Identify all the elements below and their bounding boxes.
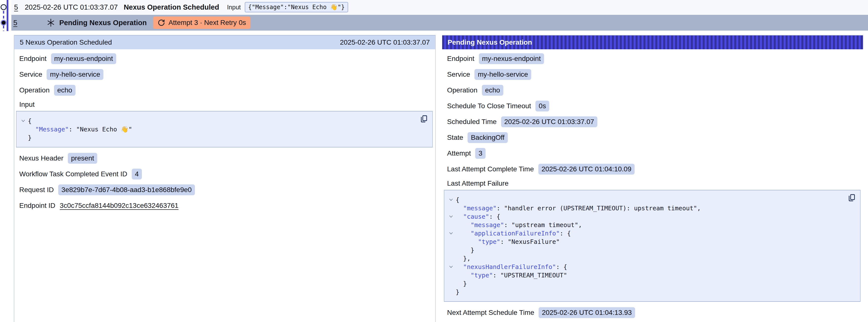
pending-operation-panel: Pending Nexus Operation Endpointmy-nexus… bbox=[442, 35, 863, 322]
input-value-chip: {"Message":"Nexus Echo 👋"} bbox=[245, 2, 348, 12]
field-last-attempt-complete-time: Last Attempt Complete Time2025-02-26 UTC… bbox=[447, 161, 863, 177]
copy-button[interactable] bbox=[420, 115, 428, 124]
code-text: "message": "handler error (UPSTREAM_TIME… bbox=[456, 205, 701, 212]
field-label: Service bbox=[19, 70, 42, 78]
code-line: } bbox=[446, 246, 843, 254]
code-text: "type": "UPSTREAM_TIMEOUT" bbox=[456, 272, 567, 279]
code-line: "message": "handler error (UPSTREAM_TIME… bbox=[446, 204, 843, 212]
collapse-chevron-icon[interactable] bbox=[446, 264, 456, 269]
code-line: "type": "NexusFailure" bbox=[446, 237, 843, 246]
timeline-pending-dot-icon bbox=[1, 20, 6, 25]
code-line: "applicationFailureInfo": { bbox=[446, 229, 843, 237]
field-schedule-to-close-timeout: Schedule To Close Timeout0s bbox=[447, 98, 863, 114]
scheduled-panel-fields: Endpointmy-nexus-endpointServicemy-hello… bbox=[14, 49, 435, 214]
pending-event-title: Pending Nexus Operation bbox=[59, 19, 147, 27]
collapse-chevron-icon[interactable] bbox=[446, 214, 456, 219]
code-text: "message": "upstream timeout", bbox=[456, 221, 582, 229]
field-label: Schedule To Close Timeout bbox=[447, 102, 531, 110]
field-value-badge: 2025-02-26 UTC 01:04:10.09 bbox=[538, 164, 634, 174]
timeline-scheduled-dot-icon bbox=[1, 5, 6, 10]
field-request-id: Request ID3e829b7e-7d67-4b08-aad3-b1e868… bbox=[19, 182, 435, 198]
field-workflow-task-completed-event-id: Workflow Task Completed Event ID4 bbox=[19, 166, 435, 182]
code-line: }, bbox=[446, 254, 843, 263]
scheduled-event-panel: 5 Nexus Operation Scheduled 2025-02-26 U… bbox=[14, 35, 435, 322]
field-scheduled-time: Scheduled Time2025-02-26 UTC 01:03:37.07 bbox=[447, 114, 863, 130]
copy-button[interactable] bbox=[847, 193, 856, 203]
field-label: Input bbox=[19, 101, 35, 108]
field-endpoint-id: Endpoint ID3c0c75ccfa8144b092c13ce632463… bbox=[19, 198, 435, 214]
code-text: }, bbox=[456, 255, 470, 262]
code-text: } bbox=[456, 280, 467, 287]
retry-badge-text: Attempt 3 · Next Retry 0s bbox=[168, 19, 246, 27]
retry-status-badge: Attempt 3 · Next Retry 0s bbox=[153, 17, 250, 29]
field-label: Attempt bbox=[447, 150, 471, 157]
code-text: "applicationFailureInfo": { bbox=[456, 230, 571, 237]
code-text: "type": "NexusFailure" bbox=[456, 238, 560, 245]
pending-asterisk-icon bbox=[46, 18, 55, 27]
field-value-badge: my-hello-service bbox=[474, 69, 531, 80]
field-label: Workflow Task Completed Event ID bbox=[19, 170, 127, 178]
field-next-attempt-schedule-time: Next Attempt Schedule Time2025-02-26 UTC… bbox=[447, 305, 863, 321]
json-code-block: { "message": "handler error (UPSTREAM_TI… bbox=[444, 190, 861, 302]
field-last-attempt-failure: Last Attempt Failure bbox=[447, 177, 863, 190]
field-value-badge: 0s bbox=[535, 101, 549, 111]
field-operation: Operationecho bbox=[447, 82, 863, 98]
workflow-event-history-screen: 5 2025-02-26 UTC 01:03:37.07 Nexus Opera… bbox=[0, 0, 868, 322]
field-attempt: Attempt3 bbox=[447, 146, 863, 161]
field-operation: Operationecho bbox=[19, 82, 435, 98]
code-line: } bbox=[446, 288, 843, 296]
field-value-badge: my-nexus-endpoint bbox=[479, 53, 544, 64]
code-line: "nexusHandlerFailureInfo": { bbox=[446, 263, 843, 271]
code-text: { bbox=[28, 117, 32, 125]
event-row-pending-nexus-operation[interactable]: 5 Pending Nexus Operation Attempt 3 · Ne… bbox=[11, 15, 868, 31]
field-value-badge: 4 bbox=[132, 169, 142, 180]
field-label: Last Attempt Failure bbox=[447, 180, 508, 187]
code-line: } bbox=[19, 133, 415, 142]
event-timestamp: 2025-02-26 UTC 01:03:37.07 bbox=[25, 3, 118, 11]
field-nexus-header: Nexus Headerpresent bbox=[19, 151, 435, 166]
collapse-chevron-icon[interactable] bbox=[446, 197, 456, 202]
timeline-bar bbox=[7, 0, 8, 31]
field-label: Service bbox=[447, 70, 470, 78]
field-value-badge: 3 bbox=[475, 148, 486, 159]
code-text: "nexusHandlerFailureInfo": { bbox=[456, 263, 567, 270]
event-id-link[interactable]: 5 bbox=[13, 19, 17, 27]
collapse-chevron-icon[interactable] bbox=[19, 119, 28, 123]
field-value-badge: 2025-02-26 UTC 01:04:13.93 bbox=[538, 307, 635, 318]
field-value-badge: my-nexus-endpoint bbox=[51, 53, 116, 64]
scheduled-panel-header: 5 Nexus Operation Scheduled 2025-02-26 U… bbox=[14, 35, 435, 49]
field-value-link[interactable]: 3c0c75ccfa8144b092c13ce632463761 bbox=[60, 202, 178, 210]
field-service: Servicemy-hello-service bbox=[447, 67, 863, 82]
code-line: "cause": { bbox=[446, 212, 843, 221]
event-details-split-view: 5 Nexus Operation Scheduled 2025-02-26 U… bbox=[14, 35, 868, 322]
code-line: "message": "upstream timeout", bbox=[446, 221, 843, 229]
pending-panel-fields: Endpointmy-nexus-endpointServicemy-hello… bbox=[442, 49, 863, 321]
field-value-badge: echo bbox=[54, 85, 75, 96]
event-row-nexus-operation-scheduled[interactable]: 5 2025-02-26 UTC 01:03:37.07 Nexus Opera… bbox=[11, 0, 868, 14]
panel-title: Pending Nexus Operation bbox=[447, 38, 532, 46]
code-text: } bbox=[28, 134, 32, 141]
field-label: Operation bbox=[447, 86, 477, 94]
event-id-link[interactable]: 5 bbox=[14, 3, 18, 11]
field-value-badge: present bbox=[68, 153, 97, 164]
field-value-badge: 3e829b7e-7d67-4b08-aad3-b1e868bfe9e0 bbox=[58, 185, 195, 195]
code-line: "type": "UPSTREAM_TIMEOUT" bbox=[446, 271, 843, 279]
field-label: State bbox=[447, 134, 463, 141]
field-label: Request ID bbox=[19, 186, 54, 194]
field-value-badge: echo bbox=[482, 85, 503, 96]
code-line: } bbox=[446, 279, 843, 288]
field-value-badge: 2025-02-26 UTC 01:03:37.07 bbox=[501, 117, 597, 127]
field-label: Operation bbox=[19, 86, 50, 94]
panel-divider bbox=[435, 35, 436, 322]
collapse-chevron-icon[interactable] bbox=[446, 231, 456, 235]
pending-panel-header: Pending Nexus Operation bbox=[442, 35, 863, 49]
field-endpoint: Endpointmy-nexus-endpoint bbox=[19, 51, 435, 67]
event-timeline bbox=[0, 0, 11, 32]
retry-icon bbox=[158, 19, 165, 26]
field-label: Endpoint bbox=[19, 55, 46, 63]
field-value-badge: my-hello-service bbox=[46, 69, 103, 80]
panel-header-timestamp: 2025-02-26 UTC 01:03:37.07 bbox=[340, 38, 430, 46]
code-line: { bbox=[19, 117, 415, 125]
code-line: "Message": "Nexus Echo 👋" bbox=[19, 125, 415, 133]
field-label: Endpoint bbox=[447, 55, 474, 63]
